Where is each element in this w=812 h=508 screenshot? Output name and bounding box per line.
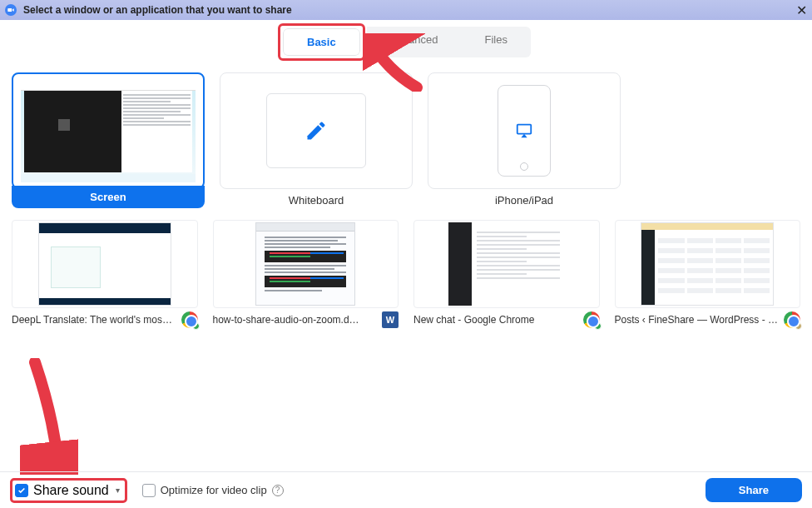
option-whiteboard-label: Whiteboard	[289, 194, 344, 207]
windows-row: DeepL Translate: The world's mos… how-to…	[12, 220, 800, 328]
tab-files[interactable]: Files	[462, 27, 531, 57]
wordpress-thumbnail	[641, 222, 774, 306]
option-screen-label: Screen	[12, 186, 205, 208]
airplay-icon	[515, 122, 533, 140]
titlebar-text: Select a window or an application that y…	[23, 4, 292, 16]
pen-icon	[304, 119, 328, 142]
window-chrome-newchat[interactable]: New chat - Google Chrome	[413, 220, 600, 328]
whiteboard-thumbnail	[266, 93, 366, 168]
annotation-share-sound: Share sound ▾	[10, 478, 127, 503]
chat-thumbnail	[448, 222, 565, 306]
tab-basic[interactable]: Basic	[283, 28, 360, 56]
optimize-label: Optimize for video clip	[161, 484, 267, 496]
titlebar: Select a window or an application that y…	[0, 0, 812, 20]
tabs-row: Basic Advanced Files	[0, 27, 812, 57]
window-label: how-to-share-audio-on-zoom.d…	[213, 314, 379, 326]
primary-options-row: Screen Whiteboard iPhone/iPad	[12, 72, 800, 208]
footer: Share sound ▾ Optimize for video clip ? …	[0, 471, 812, 508]
annotation-basic-tab: Basic	[278, 23, 365, 61]
share-button[interactable]: Share	[706, 478, 802, 502]
screen-thumbnail	[21, 82, 196, 182]
word-icon: W	[382, 311, 399, 328]
optimize-group: Optimize for video clip ?	[142, 484, 284, 497]
checkbox-share-sound[interactable]	[15, 484, 28, 497]
option-iphone-ipad[interactable]: iPhone/iPad	[428, 72, 621, 208]
word-thumbnail	[255, 222, 355, 306]
phone-thumbnail	[498, 85, 551, 177]
chevron-down-icon[interactable]: ▾	[116, 486, 120, 495]
option-whiteboard[interactable]: Whiteboard	[220, 72, 413, 208]
chrome-icon	[181, 311, 198, 328]
option-screen[interactable]: Screen	[12, 72, 205, 208]
chrome-icon	[583, 311, 600, 328]
help-icon[interactable]: ?	[272, 485, 284, 496]
deepl-thumbnail	[38, 222, 171, 306]
svg-rect-0	[7, 8, 12, 12]
close-icon[interactable]: ✕	[796, 2, 807, 18]
share-sound-label: Share sound	[33, 483, 109, 498]
content: Screen Whiteboard iPhone/iPad	[0, 72, 812, 328]
window-chrome-wordpress[interactable]: Posts ‹ FineShare — WordPress - …	[615, 220, 801, 328]
chrome-icon	[784, 311, 800, 328]
svg-rect-1	[517, 125, 532, 134]
tab-advanced[interactable]: Advanced	[367, 27, 462, 57]
window-label: New chat - Google Chrome	[413, 314, 580, 326]
checkbox-optimize[interactable]	[142, 484, 156, 497]
window-label: Posts ‹ FineShare — WordPress - …	[615, 314, 781, 326]
annotation-arrow-footer	[20, 358, 78, 475]
window-word-doc[interactable]: how-to-share-audio-on-zoom.d… W	[213, 220, 399, 328]
window-deepl[interactable]: DeepL Translate: The world's mos…	[12, 220, 198, 328]
window-label: DeepL Translate: The world's mos…	[12, 314, 178, 326]
zoom-icon	[5, 4, 17, 16]
option-iphone-label: iPhone/iPad	[495, 194, 553, 207]
